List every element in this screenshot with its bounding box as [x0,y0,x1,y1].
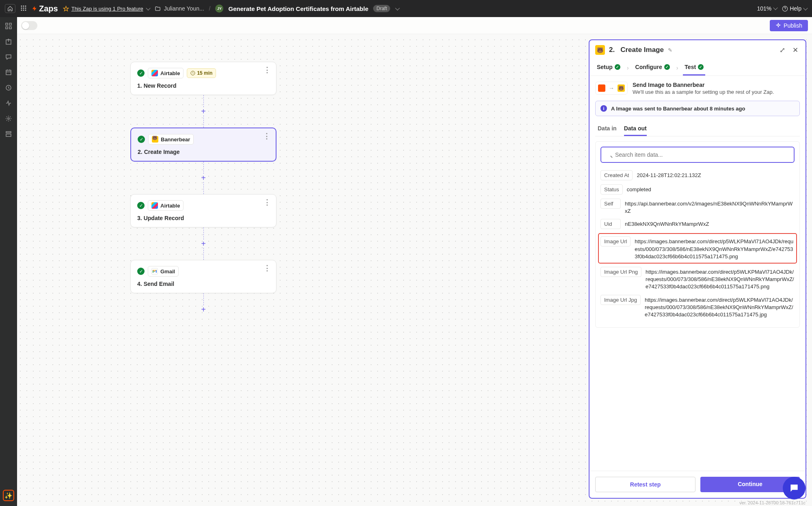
app-badge-bannerbear: Bannerbear [148,134,194,145]
chevron-right-icon: › [627,65,629,71]
calendar-icon[interactable] [4,68,13,76]
step-card-2[interactable]: ⋮ ✓ Bannerbear 2.Create Image [130,128,276,162]
left-rail: ✨ [0,17,17,506]
chevron-down-icon[interactable] [395,6,400,10]
polling-time-badge: 15 min [187,68,216,78]
sparkle-icon [775,23,781,28]
avatar: JY [215,4,223,13]
data-row-image-url-jpg[interactable]: Image Url Jpg https://images.bannerbear.… [600,295,795,319]
svg-point-5 [25,7,26,9]
zaps-logo[interactable]: Zaps [32,4,58,13]
bolt-icon [32,5,37,12]
pro-feature-link[interactable]: This Zap is using 1 Pro feature [63,6,150,12]
panel-step-number: 2. [609,46,615,54]
svg-point-0 [21,5,22,6]
svg-rect-13 [9,27,11,29]
svg-rect-10 [6,23,8,25]
step-menu-button[interactable]: ⋮ [263,266,270,270]
top-header: Zaps This Zap is using 1 Pro feature Jul… [0,0,812,17]
zoom-level[interactable]: 101% [757,5,777,12]
check-icon: ✓ [138,136,145,143]
add-step-button[interactable]: + [199,174,207,182]
svg-point-4 [23,7,24,9]
tab-test[interactable]: Test✓ [683,60,705,76]
bannerbear-icon: 🐻 [618,84,625,92]
expand-icon[interactable]: ⤢ [778,46,787,54]
data-row-self[interactable]: Self https://api.bannerbear.com/v2/image… [600,199,795,215]
canvas[interactable]: Publish ⋮ ✓ Airtable 15 min 1.New Record… [17,17,812,506]
chat-button[interactable] [783,477,806,500]
svg-rect-12 [6,27,8,29]
data-row-created-at[interactable]: Created At 2024-11-28T12:02:21.132Z [600,170,795,180]
step-menu-button[interactable]: ⋮ [263,68,270,72]
app-badge-airtable: Airtable [148,68,184,78]
chevron-down-icon [146,6,150,10]
bannerbear-icon [152,136,158,143]
publish-button[interactable]: Publish [770,20,808,31]
help-icon [782,6,788,12]
app-flow-icons: → 🐻 [595,82,628,95]
close-icon[interactable]: ✕ [791,46,800,54]
comment-icon[interactable] [4,53,13,61]
home-button[interactable] [5,4,15,13]
export-icon[interactable] [4,37,13,45]
add-step-button[interactable]: + [199,240,207,248]
help-link[interactable]: Help [782,5,807,12]
data-row-image-url-png[interactable]: Image Url Png https://images.bannerbear.… [600,267,795,291]
send-description: We'll use this as a sample for setting u… [633,89,774,95]
zap-enable-toggle[interactable] [21,21,37,30]
search-input[interactable] [600,147,795,163]
check-icon: ✓ [137,202,145,209]
draft-badge: Draft [373,5,390,12]
data-row-uid[interactable]: Uid nE38ekNX9QnWNnRkYMamprWxZ [600,219,795,229]
chat-icon [789,483,799,493]
clock-icon [190,71,195,76]
history-icon[interactable] [4,84,13,92]
tab-configure[interactable]: Configure✓ [634,60,672,76]
step-card-4[interactable]: ⋮ ✓ Gmail 4.Send Email [130,260,276,293]
tab-data-in[interactable]: Data in [598,122,617,136]
app-badge-gmail: Gmail [148,266,179,277]
svg-point-17 [8,118,9,119]
check-icon: ✓ [615,64,620,70]
svg-point-7 [23,9,24,11]
breadcrumb[interactable]: Julianne Youn... [155,5,204,12]
apps-grid-icon[interactable] [20,5,27,13]
check-icon: ✓ [137,69,145,77]
tab-setup[interactable]: Setup✓ [595,60,622,76]
data-row-image-url[interactable]: Image Url https://images.bannerbear.com/… [598,233,797,264]
svg-point-8 [25,9,26,11]
info-banner: i A Image was sent to Bannerbear about 8… [595,101,800,116]
tab-data-out[interactable]: Data out [624,122,647,136]
activity-icon[interactable] [4,99,13,107]
step-card-3[interactable]: ⋮ ✓ Airtable 3.Update Record [130,194,276,227]
step-menu-button[interactable]: ⋮ [263,200,270,204]
check-icon: ✓ [137,268,145,275]
chevron-right-icon: › [676,65,678,71]
bannerbear-icon: 🐻 [595,45,605,55]
version-text: ver. 2024-11-28T00:18-761c711c [739,500,806,505]
zap-title[interactable]: Generate Pet Adoption Certificates from … [228,5,368,12]
add-step-button[interactable]: + [199,107,207,115]
settings-icon[interactable] [4,115,13,123]
airtable-icon [151,202,158,209]
zapier-icon [598,84,605,92]
path-separator: / [209,5,211,12]
svg-rect-11 [9,23,11,25]
edit-icon[interactable]: ✎ [668,47,672,53]
step-card-1[interactable]: ⋮ ✓ Airtable 15 min 1.New Record [130,62,276,95]
app-badge-airtable: Airtable [148,200,184,211]
data-row-status[interactable]: Status completed [600,184,795,195]
ai-assistant-button[interactable]: ✨ [3,490,14,501]
star-icon [63,6,69,12]
results-box: Created At 2024-11-28T12:02:21.132Z Stat… [595,141,800,328]
retest-button[interactable]: Retest step [595,477,695,492]
airtable-icon [151,70,158,76]
details-icon[interactable] [4,130,13,138]
svg-rect-19 [6,134,11,136]
step-menu-button[interactable]: ⋮ [263,134,270,138]
gmail-icon [151,268,158,275]
folder-icon [155,6,161,12]
grid-icon[interactable] [4,22,13,30]
add-step-button[interactable]: + [199,305,207,314]
